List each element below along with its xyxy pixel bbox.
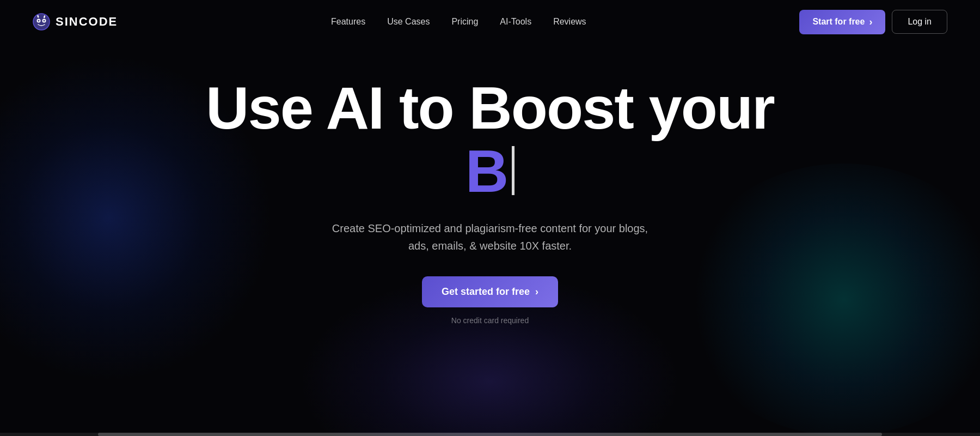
nav-item-use-cases[interactable]: Use Cases xyxy=(387,17,430,27)
login-button[interactable]: Log in xyxy=(892,10,947,34)
bottom-scrollbar xyxy=(0,433,980,436)
no-credit-card-note: No credit card required xyxy=(451,316,529,325)
nav-link-ai-tools[interactable]: AI-Tools xyxy=(500,17,531,26)
hero-subtitle: Create SEO-optimized and plagiarism-free… xyxy=(327,220,653,255)
text-cursor xyxy=(512,146,514,195)
scrollbar-track xyxy=(98,433,882,436)
hero-animated-text: B xyxy=(465,140,509,203)
nav-item-ai-tools[interactable]: AI-Tools xyxy=(500,17,531,27)
svg-point-3 xyxy=(38,20,40,22)
hero-section: Use AI to Boost your B Create SEO-optimi… xyxy=(0,44,980,325)
nav-item-reviews[interactable]: Reviews xyxy=(553,17,586,27)
nav-item-features[interactable]: Features xyxy=(331,17,365,27)
chevron-right-icon: › xyxy=(869,16,872,28)
svg-point-4 xyxy=(44,20,45,22)
nav-actions: Start for free › Log in xyxy=(799,10,947,34)
logo-icon xyxy=(33,13,50,31)
nav-link-features[interactable]: Features xyxy=(331,17,365,26)
get-started-label: Get started for free xyxy=(442,286,530,298)
logo: SINCODE xyxy=(33,13,118,31)
nav-link-use-cases[interactable]: Use Cases xyxy=(387,17,430,26)
hero-title-line1: Use AI to Boost your xyxy=(206,76,774,140)
get-started-button[interactable]: Get started for free › xyxy=(422,276,558,307)
chevron-right-icon: › xyxy=(535,286,538,298)
nav-link-pricing[interactable]: Pricing xyxy=(451,17,478,26)
start-for-free-label: Start for free xyxy=(812,17,865,27)
navbar: SINCODE Features Use Cases Pricing AI-To… xyxy=(0,0,980,44)
nav-link-reviews[interactable]: Reviews xyxy=(553,17,586,26)
start-for-free-button[interactable]: Start for free › xyxy=(799,10,885,34)
svg-point-0 xyxy=(33,14,50,30)
hero-title-line2: B xyxy=(465,140,514,203)
brand-name: SINCODE xyxy=(56,15,118,29)
nav-links: Features Use Cases Pricing AI-Tools Revi… xyxy=(331,17,586,27)
nav-item-pricing[interactable]: Pricing xyxy=(451,17,478,27)
